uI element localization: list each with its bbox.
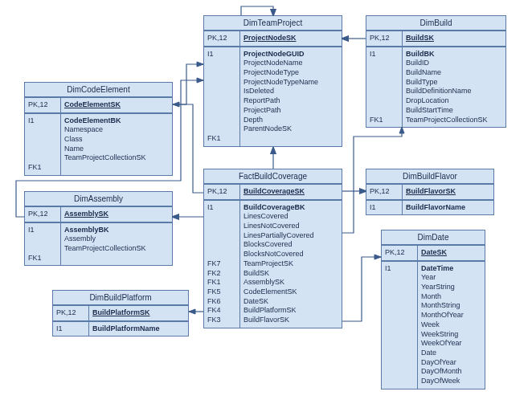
- entity-title: DimBuildPlatform: [53, 291, 188, 306]
- entity-title: DimBuildFlavor: [366, 169, 493, 185]
- svg-marker-10: [189, 309, 195, 314]
- svg-marker-7: [374, 255, 381, 259]
- svg-marker-3: [197, 62, 203, 67]
- entity-title: FactBuildCoverage: [204, 169, 342, 185]
- entity-dim-code-element: DimCodeElement PK,12 CodeElementSK I1 FK…: [24, 82, 173, 176]
- attr-col: ProjectNodeGUID ProjectNodeName ProjectN…: [240, 47, 342, 146]
- entity-fact-build-coverage: FactBuildCoverage PK,12 BuildCoverageSK …: [203, 169, 342, 328]
- entity-dim-build: DimBuild PK,12 BuildSK I1 FK1 BuildBK Bu…: [366, 15, 506, 128]
- entity-dim-build-platform: DimBuildPlatform PK,12 BuildPlatformSK I…: [52, 290, 189, 336]
- entity-dim-build-flavor: DimBuildFlavor PK,12 BuildFlavorSK I1 Bu…: [366, 169, 494, 215]
- entity-dim-date: DimDate PK,12 DateSK I1 DateTime Year Ye…: [381, 230, 485, 389]
- entity-title: DimDate: [382, 230, 485, 246]
- svg-marker-9: [173, 102, 179, 107]
- entity-dim-team-project: DimTeamProject PK,12 ProjectNodeSK I1 FK…: [203, 15, 342, 147]
- svg-marker-4: [197, 78, 203, 83]
- entity-dim-assembly: DimAssembly PK,12 AssemblySK I1 FK1 Asse…: [24, 191, 173, 266]
- entity-title: DimTeamProject: [204, 16, 342, 31]
- attr-col: ProjectNodeSK: [240, 31, 342, 46]
- key-col: PK,12: [204, 31, 240, 46]
- entity-title: DimCodeElement: [25, 83, 172, 98]
- svg-marker-5: [399, 127, 404, 133]
- entity-title: DimBuild: [366, 16, 505, 31]
- entity-title: DimAssembly: [25, 192, 172, 207]
- pk-row: PK,12 ProjectNodeSK: [204, 31, 342, 47]
- body-row: I1 FK1 ProjectNodeGUID ProjectNodeName P…: [204, 47, 342, 146]
- key-col: I1 FK1: [204, 47, 240, 146]
